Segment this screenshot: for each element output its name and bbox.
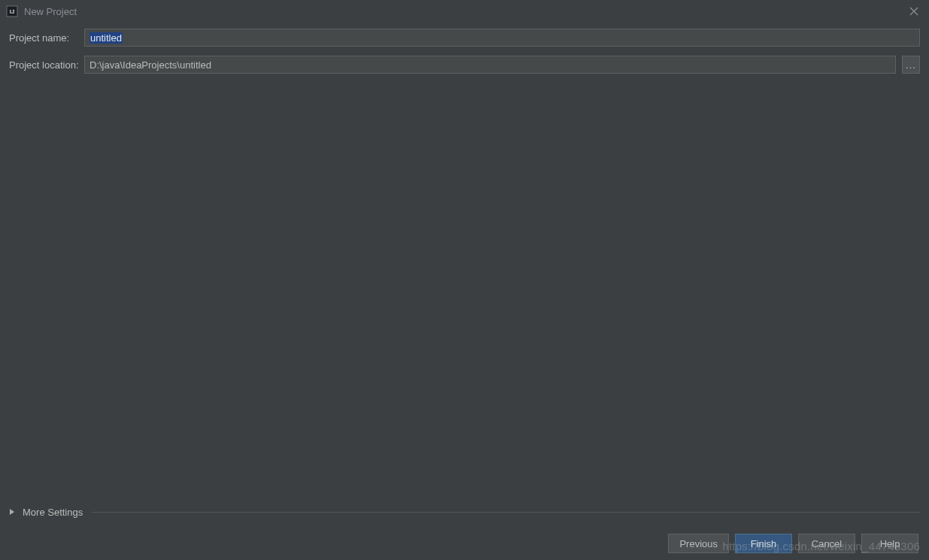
divider-line — [92, 512, 920, 513]
project-name-label: Project name: — [9, 32, 84, 44]
browse-button[interactable]: ... — [902, 56, 920, 74]
project-location-input[interactable]: D:\java\IdeaProjects\untitled — [84, 56, 896, 74]
more-settings-toggle[interactable]: More Settings — [9, 501, 920, 522]
finish-button[interactable]: Finish — [735, 534, 792, 553]
previous-button[interactable]: Previous — [668, 534, 729, 553]
close-button[interactable] — [905, 2, 923, 20]
form-area: Project name: untitled Project location:… — [0, 23, 929, 89]
project-name-row: Project name: untitled — [9, 29, 920, 47]
project-name-input[interactable]: untitled — [84, 29, 920, 47]
ellipsis-icon: ... — [906, 59, 916, 71]
project-location-label: Project location: — [9, 59, 84, 71]
chevron-right-icon — [9, 508, 15, 516]
project-name-value: untitled — [90, 32, 123, 44]
window-title: New Project — [24, 6, 77, 17]
cancel-button[interactable]: Cancel — [798, 534, 855, 553]
more-settings-label: More Settings — [23, 507, 83, 518]
svg-text:IJ: IJ — [10, 8, 15, 15]
project-location-value: D:\java\IdeaProjects\untitled — [90, 59, 211, 71]
app-icon: IJ — [6, 5, 18, 17]
close-icon — [909, 7, 918, 16]
project-location-row: Project location: D:\java\IdeaProjects\u… — [9, 56, 920, 74]
titlebar: IJ New Project — [0, 0, 929, 23]
svg-marker-4 — [10, 509, 14, 515]
footer: Previous Finish Cancel Help — [0, 527, 929, 560]
help-button[interactable]: Help — [861, 534, 918, 553]
